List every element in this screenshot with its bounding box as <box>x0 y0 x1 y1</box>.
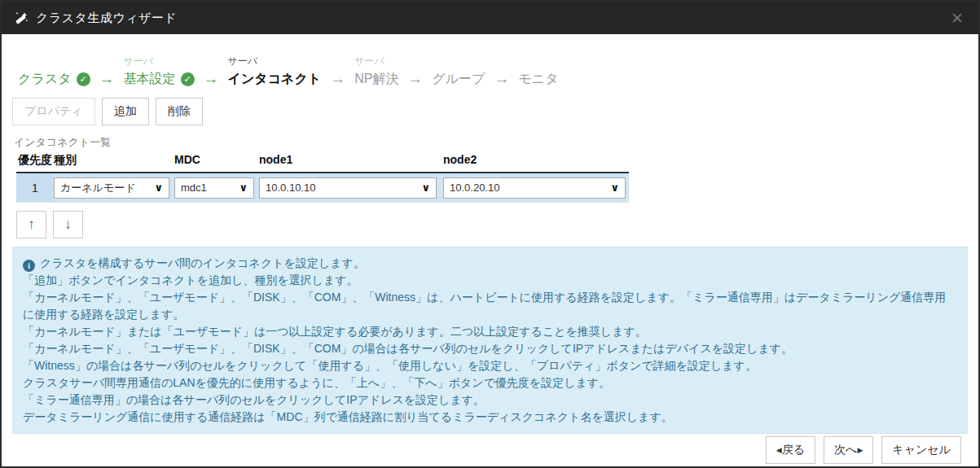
step-interconnect[interactable]: サーバ インタコネクト <box>228 54 322 90</box>
info-line: 「ミラー通信専用」の場合は各サーバ列のセルをクリックしてIPアドレスを設定します… <box>23 391 957 409</box>
step-label: 基本設定 <box>124 71 176 88</box>
step-label: NP解決 <box>354 71 398 88</box>
arrow-right-icon: → <box>321 68 354 90</box>
info-line: 「カーネルモード」、「ユーザモード」、「DISK」、「COM」の場合は各サーバ列… <box>23 340 957 357</box>
info-line: 「追加」ボタンでインタコネクトを追加し、種別を選択します。 <box>23 272 957 289</box>
type-cell: カーネルモード ∨ <box>54 177 174 199</box>
wizard-wand-icon <box>13 11 29 26</box>
chevron-down-icon: ∨ <box>421 182 430 194</box>
type-select[interactable]: カーネルモード ∨ <box>54 177 169 199</box>
table-header-row: 優先度 種別 MDC node1 node2 <box>16 153 629 173</box>
cluster-wizard-dialog: クラスタ生成ウィザード ✕ クラスタ ✓ → サーバ 基本設定 ✓ → <box>0 0 980 468</box>
toolbar: プロパティ 追加 削除 <box>12 98 968 125</box>
back-button[interactable]: ◀戻る <box>766 436 815 464</box>
close-icon[interactable]: ✕ <box>947 9 967 28</box>
step-cluster[interactable]: クラスタ ✓ <box>18 54 90 90</box>
table-row[interactable]: 1 カーネルモード ∨ mdc1 ∨ 10.0.10.10 <box>16 173 629 203</box>
arrow-right-icon: → <box>485 68 518 90</box>
info-line: 「カーネルモード」、「ユーザモード」、「DISK」、「COM」、「Witness… <box>23 289 957 323</box>
arrow-up-icon: ↑ <box>28 217 35 233</box>
step-top-label: サーバ <box>354 54 398 68</box>
delete-button[interactable]: 削除 <box>156 98 203 125</box>
cancel-button[interactable]: キャンセル <box>881 436 961 464</box>
triangle-left-icon: ◀ <box>776 446 782 454</box>
arrow-right-icon: → <box>398 68 432 90</box>
titlebar: クラスタ生成ウィザード ✕ <box>2 2 978 34</box>
add-button[interactable]: 追加 <box>102 98 149 125</box>
move-down-button[interactable]: ↓ <box>53 211 83 238</box>
step-top-label: サーバ <box>228 54 322 68</box>
info-line: iクラスタを構成するサーバ間のインタコネクトを設定します。 <box>23 255 957 272</box>
node1-cell: 10.0.10.10 ∨ <box>259 177 443 199</box>
chevron-down-icon: ∨ <box>610 182 619 194</box>
wizard-steps: クラスタ ✓ → サーバ 基本設定 ✓ → サーバ インタコネクト → <box>18 47 968 90</box>
column-header-type: 種別 <box>54 153 174 168</box>
reorder-controls: ↑ ↓ <box>16 211 968 238</box>
footer: ◀戻る 次へ▶ キャンセル <box>2 434 978 468</box>
column-header-priority: 優先度 <box>16 153 54 168</box>
dialog-title: クラスタ生成ウィザード <box>36 11 177 26</box>
info-line: 「Witness」の場合は各サーバ列のセルをクリックして「使用する」、「使用しな… <box>23 357 957 374</box>
arrow-right-icon: → <box>90 68 124 90</box>
step-label: クラスタ <box>18 71 72 88</box>
column-header-node2: node2 <box>443 153 626 168</box>
step-top-label <box>432 54 485 68</box>
chevron-down-icon: ∨ <box>154 182 163 194</box>
priority-cell: 1 <box>16 173 54 202</box>
step-basic-settings[interactable]: サーバ 基本設定 ✓ <box>124 54 195 90</box>
step-np-resolution[interactable]: サーバ NP解決 <box>354 54 398 90</box>
dialog-content: クラスタ ✓ → サーバ 基本設定 ✓ → サーバ インタコネクト → <box>2 34 978 434</box>
info-box: iクラスタを構成するサーバ間のインタコネクトを設定します。 「追加」ボタンでイン… <box>12 247 968 434</box>
mdc-cell: mdc1 ∨ <box>174 177 259 199</box>
info-icon: i <box>23 260 35 272</box>
step-monitor[interactable]: モニタ <box>518 54 558 90</box>
interconnect-list-caption: インタコネクト一覧 <box>14 135 968 150</box>
check-circle-icon: ✓ <box>77 72 90 86</box>
next-button[interactable]: 次へ▶ <box>824 436 873 464</box>
chevron-down-icon: ∨ <box>239 182 248 194</box>
triangle-right-icon: ▶ <box>857 446 863 454</box>
step-top-label <box>518 54 558 68</box>
info-line: クラスタサーバ間専用通信のLANを優先的に使用するように、「上へ」、「下へ」ボタ… <box>23 374 957 391</box>
step-label: グループ <box>432 71 485 88</box>
arrow-down-icon: ↓ <box>64 217 72 233</box>
step-label: モニタ <box>518 71 558 88</box>
properties-button[interactable]: プロパティ <box>12 98 95 125</box>
node2-select[interactable]: 10.0.20.10 ∨ <box>443 177 626 199</box>
move-up-button[interactable]: ↑ <box>16 211 46 238</box>
step-group[interactable]: グループ <box>432 54 485 90</box>
info-line: 「カーネルモード」または「ユーザモード」は一つ以上設定する必要があります。二つ以… <box>23 323 957 340</box>
check-circle-icon: ✓ <box>181 72 195 86</box>
column-header-node1: node1 <box>259 153 443 168</box>
node1-select[interactable]: 10.0.10.10 ∨ <box>259 177 437 199</box>
interconnect-table: 優先度 種別 MDC node1 node2 1 カーネルモード ∨ mdc1 <box>16 153 629 203</box>
mdc-select[interactable]: mdc1 ∨ <box>174 177 254 199</box>
arrow-right-icon: → <box>195 68 228 90</box>
step-label: インタコネクト <box>228 71 322 88</box>
step-top-label <box>18 54 90 68</box>
node2-cell: 10.0.20.10 ∨ <box>443 177 626 199</box>
column-header-mdc: MDC <box>174 153 259 168</box>
info-line: データミラーリング通信に使用する通信経路は「MDC」列で通信経路に割り当てるミラ… <box>23 409 957 426</box>
step-top-label: サーバ <box>124 54 195 68</box>
